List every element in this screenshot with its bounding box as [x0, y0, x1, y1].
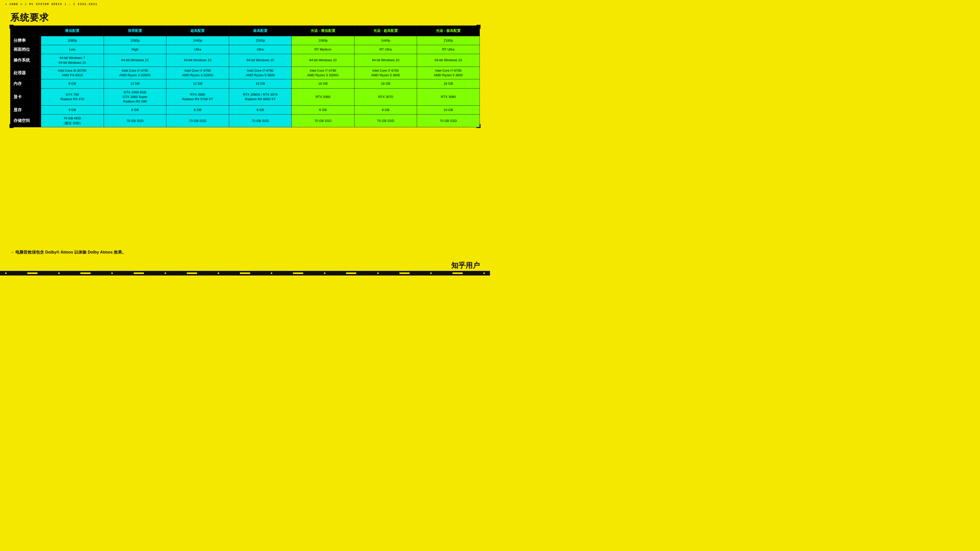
cell-2-4: 64-bit Windows 10 [292, 54, 355, 67]
bottom-bar-dot-3 [111, 272, 113, 274]
cell-4-1: 12 GB [103, 79, 166, 88]
cell-5-5: RTX 3070 [354, 88, 417, 106]
row-label-2: 操作系统 [11, 54, 41, 67]
row-label-0: 分辨率 [11, 36, 41, 45]
cell-1-0: Low [41, 45, 104, 54]
cell-2-0: 64-bit Windows 764-bit Windows 10 [41, 54, 104, 67]
bottom-bar-seg-8 [399, 272, 410, 274]
col-header-5: 光追 - 最低配置 [292, 26, 355, 36]
table-row-3: 处理器Intel Core i5-3570KAMD FX-8310Intel C… [11, 67, 480, 79]
cell-0-0: 1080p [41, 36, 104, 45]
cell-1-6: RT Ultra [417, 45, 480, 54]
cell-5-1: GTX 1060 6GBGTX 1660 SuperRadeon RX 590 [103, 88, 166, 106]
bottom-bar-seg-4 [187, 272, 197, 274]
cell-0-6: 2160p [417, 36, 480, 45]
bottom-bar [0, 271, 490, 275]
table-bracket-br [476, 124, 480, 128]
cell-0-1: 1080p [103, 36, 166, 45]
cell-7-2: 70 GB SSD [166, 114, 229, 127]
bottom-bar-seg-1 [27, 272, 38, 274]
bottom-bar-seg-9 [452, 272, 463, 274]
cell-2-1: 64-bit Windows 10 [103, 54, 166, 67]
cell-7-4: 70 GB SSD [292, 114, 355, 127]
cell-7-3: 70 GB SSD [229, 114, 292, 127]
cell-4-6: 16 GB [417, 79, 480, 88]
cell-1-4: RT Medium [292, 45, 355, 54]
cell-1-5: RT Ultra [354, 45, 417, 54]
cell-4-0: 8 GB [41, 79, 104, 88]
specs-table: 最低配置推荐配置超高配置极高配置光追 - 最低配置光追 - 超高配置光追 - 极… [10, 25, 480, 127]
cell-7-0: 70 GB HDD（建议 SSD） [41, 114, 104, 127]
table-row-4: 内存8 GB12 GB12 GB16 GB16 GB16 GB16 GB [11, 79, 480, 88]
cell-3-3: Intel Core i7-4790AMD Ryzen 5 3600 [229, 67, 292, 79]
cell-6-0: 3 GB [41, 106, 104, 114]
cell-6-2: 6 GB [166, 106, 229, 114]
cell-1-3: Ultra [229, 45, 292, 54]
col-header-7: 光追 - 极高配置 [417, 26, 480, 36]
bottom-bar-seg-2 [80, 272, 91, 274]
cell-3-2: Intel Core i7-4790AMD Ryzen 3 3200G [166, 67, 229, 79]
cell-6-1: 6 GB [103, 106, 166, 114]
cell-3-5: Intel Core i7-6700AMD Ryzen 5 3600 [354, 67, 417, 79]
bottom-bar-dot-6 [271, 272, 272, 274]
row-label-4: 内存 [11, 79, 41, 88]
table-row-6: 显存3 GB6 GB6 GB8 GB6 GB8 GB10 GB [11, 106, 480, 114]
col-header-2: 推荐配置 [103, 26, 166, 36]
bottom-bar-seg-3 [134, 272, 144, 274]
table-row-1: 画面档位LowHighUltraUltraRT MediumRT UltraRT… [11, 45, 480, 54]
table-bracket-bl [10, 124, 14, 128]
col-header-3: 超高配置 [166, 26, 229, 36]
cell-5-2: RTX 2060Radeon RX 5700 XT [166, 88, 229, 106]
bottom-bar-dot-2 [58, 272, 60, 274]
cell-7-6: 70 GB SSD [417, 114, 480, 127]
page-title: 系统要求 [10, 11, 49, 24]
cell-6-5: 8 GB [354, 106, 417, 114]
cell-3-0: Intel Core i5-3570KAMD FX-8310 [41, 67, 104, 79]
bottom-bar-dot-1 [5, 272, 6, 274]
cell-5-6: RTX 3080 [417, 88, 480, 106]
bottom-bar-dot-8 [377, 272, 379, 274]
row-label-3: 处理器 [11, 67, 41, 79]
cell-2-5: 64-bit Windows 10 [354, 54, 417, 67]
table-bracket-tr [476, 25, 480, 29]
bottom-bar-seg-7 [346, 272, 356, 274]
cell-4-2: 12 GB [166, 79, 229, 88]
cell-7-1: 70 GB SSD [103, 114, 166, 127]
bottom-bar-dot-5 [218, 272, 219, 274]
cell-4-3: 16 GB [229, 79, 292, 88]
table-bracket-tl [10, 25, 14, 29]
row-label-6: 显存 [11, 106, 41, 114]
cell-0-4: 1080p [292, 36, 355, 45]
top-bar-label: < CODE > ( PC SYSTEM SPECS ) - C 5332.59… [5, 3, 97, 6]
cell-0-3: 2160p [229, 36, 292, 45]
cell-0-2: 1440p [166, 36, 229, 45]
col-header-0 [11, 26, 41, 36]
table-row-5: 显卡GTX 780Radeon RX 470GTX 1060 6GBGTX 16… [11, 88, 480, 106]
cell-3-1: Intel Core i7-4790AMD Ryzen 3 3200G [103, 67, 166, 79]
cell-2-6: 64-bit Windows 10 [417, 54, 480, 67]
cell-5-4: RTX 2060 [292, 88, 355, 106]
cell-3-6: Intel Core i7-6700AMD Ryzen 5 3600 [417, 67, 480, 79]
bottom-bar-seg-6 [293, 272, 303, 274]
cell-5-3: RTX 2080S / RTX 3070Radeon RX 6800 XT [229, 88, 292, 106]
cell-7-5: 70 GB SSD [354, 114, 417, 127]
col-header-1: 最低配置 [41, 26, 104, 36]
cell-4-5: 16 GB [354, 79, 417, 88]
table-row-2: 操作系统64-bit Windows 764-bit Windows 1064-… [11, 54, 480, 67]
cell-2-3: 64-bit Windows 10 [229, 54, 292, 67]
row-label-1: 画面档位 [11, 45, 41, 54]
footer-note: → 电脑音效须包含 Dolby® Atmos 以体验 Dolby Atmos 效… [10, 250, 126, 255]
cell-6-4: 6 GB [292, 106, 355, 114]
cell-5-0: GTX 780Radeon RX 470 [41, 88, 104, 106]
cell-1-1: High [103, 45, 166, 54]
cell-6-3: 8 GB [229, 106, 292, 114]
col-header-6: 光追 - 超高配置 [354, 26, 417, 36]
cell-2-2: 64-bit Windows 10 [166, 54, 229, 67]
bottom-bar-dot-10 [484, 272, 485, 274]
bottom-bar-dot-9 [430, 272, 432, 274]
row-label-7: 存储空间 [11, 114, 41, 127]
cell-4-4: 16 GB [292, 79, 355, 88]
watermark: 知乎用户 [451, 261, 480, 270]
cell-0-5: 1440p [354, 36, 417, 45]
bottom-bar-dot-7 [324, 272, 325, 274]
